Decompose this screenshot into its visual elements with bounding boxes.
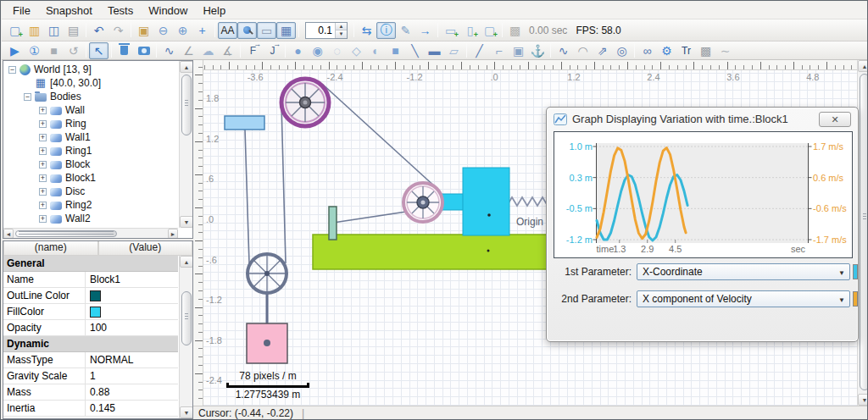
move-item-button[interactable]: ⇆ [357,22,376,39]
property-row-outline-color[interactable]: OutLine Color [3,288,178,304]
ring-tool-button[interactable]: ◉ [308,42,327,59]
menu-window[interactable]: Window [141,3,195,19]
timestep-spinbox[interactable]: 0.1▲▼ [305,22,348,39]
expand-icon[interactable]: + [39,188,47,196]
property-value[interactable]: 0.88 [86,386,178,398]
canvas-scroll-thumb[interactable] [860,74,868,390]
anchor-tool-button[interactable]: ⚓ [528,42,548,59]
pan-button[interactable]: + [192,22,212,39]
box-tool-button[interactable]: ■ [386,42,405,59]
expand-icon[interactable]: + [39,202,47,209]
tree-scroll-thumb[interactable] [181,75,192,135]
save-button[interactable]: ◫ [44,22,64,39]
print-button[interactable]: ▤ [64,22,83,39]
property-row-dynamic[interactable]: Dynamic [3,336,178,352]
paste-button[interactable]: ▣ [134,22,153,39]
tree-item--40-0-30-0-[interactable]: +▦[40.0, 30.0] [3,76,178,90]
pen-tool-button[interactable]: ╲ [405,42,425,59]
property-row-masstype[interactable]: MassTypeNORMAL [3,352,178,368]
property-value[interactable] [86,290,178,301]
expand-icon[interactable]: + [39,134,47,141]
softpolygon-tool-button[interactable]: ▱ [444,42,464,59]
property-value[interactable] [86,307,178,318]
properties-name-column-header[interactable]: (name) [3,241,98,256]
angle-tool-button[interactable]: ∡ [218,42,237,59]
add-controller-button[interactable]: ▯ [460,22,480,39]
collapse-icon[interactable]: − [8,66,16,74]
impulse-tool-button[interactable]: J [263,42,282,59]
scroll-up-arrow[interactable]: ▲ [180,256,193,268]
select-tool-button[interactable]: ↖ [89,42,108,59]
scroll-down-arrow[interactable]: ▼ [180,406,193,418]
antialias-toggle[interactable]: AA [218,22,237,39]
add-graph-button[interactable]: ▢ [480,22,499,39]
info-toggle[interactable]: ⓘ [376,22,396,39]
tree-item-ring[interactable]: +Ring [3,117,178,130]
expand-icon[interactable]: + [39,215,47,223]
menu-tests[interactable]: Tests [100,3,141,19]
protractor-tool-button[interactable]: ∠ [179,42,198,59]
zoom-out-button[interactable]: ⊖ [153,22,173,39]
wall-tool-button[interactable]: ▬ [425,42,444,59]
property-row-opacity[interactable]: Opacity100 [3,320,178,336]
undo-button[interactable]: ↶ [89,22,108,39]
properties-vertical-scrollbar[interactable]: ▲ ▼ [179,256,192,418]
tree-item-wall1[interactable]: +Wall1 [3,130,178,144]
tree-item-wall2[interactable]: +Wall2 [3,212,178,225]
pin-toggle[interactable] [237,22,257,39]
pulley-tool-button[interactable]: ◎ [612,42,632,59]
motor-tool-button[interactable]: ⚙ [657,42,676,59]
timestep-value[interactable]: 0.1 [306,23,335,38]
scroll-up-arrow[interactable]: ▲ [180,61,193,73]
tree-hscroll-thumb[interactable] [15,230,117,237]
teal-post[interactable] [329,207,337,240]
graph-window[interactable]: Graph Displaying Variation with time.:Bl… [546,107,859,342]
halfdisc-tool-button[interactable]: ◐ [366,42,386,59]
property-row-inertia[interactable]: Inertia0.145 [3,401,178,417]
menu-help[interactable]: Help [195,3,233,19]
expand-icon[interactable]: + [39,174,47,182]
property-value[interactable]: 1 [86,370,178,382]
tree-item-block[interactable]: +Block [3,158,178,171]
reset-button[interactable]: ↺ [64,42,83,59]
ruler-toggle[interactable]: ▭ [257,22,276,39]
scroll-up-arrow[interactable]: ▲ [858,60,868,72]
property-value[interactable]: Block1 [86,274,178,285]
light-blue-wall[interactable] [225,116,264,130]
scroll-down-arrow[interactable]: ▼ [858,394,868,406]
tree-item-ring2[interactable]: +Ring2 [3,198,178,212]
snapshot-blob-icon[interactable]: ▩ [505,22,525,39]
scroll-left-arrow[interactable]: ◄ [3,229,14,239]
camera-button[interactable] [134,42,153,59]
tree-item-block1[interactable]: +Block1 [3,171,178,185]
menu-file[interactable]: File [5,3,38,19]
link-tool-button[interactable]: ∞ [637,42,657,59]
measure-button[interactable]: ✎ [396,22,415,39]
add-note-button[interactable]: ▭ [441,22,460,39]
group-tool-button[interactable]: ▣ [509,42,528,59]
diamond-tool-button[interactable]: ◇ [347,42,366,59]
step-button[interactable]: ① [25,42,44,59]
force-tool-button[interactable]: F [243,42,263,59]
graph-tool-button[interactable]: ∿ [159,42,179,59]
expand-icon[interactable]: + [39,120,47,128]
small-wheel-ring1[interactable] [403,183,442,222]
line-tool-button[interactable]: ╱ [470,42,489,59]
color-swatch[interactable] [90,290,101,301]
scroll-right-arrow[interactable]: ► [168,229,178,239]
redo-button[interactable]: ↷ [108,22,128,39]
spring-tool-button[interactable]: ∿ [554,42,573,59]
cloud-tool-button[interactable]: ☁ [198,42,218,59]
spin-up-arrow[interactable]: ▲ [336,23,347,31]
tree-item-disc[interactable]: +Disc [3,185,178,198]
collapse-icon[interactable]: − [24,93,31,101]
note-tool-button[interactable]: ▩ [696,42,715,59]
property-row-general[interactable]: General [3,256,178,272]
parameter-dropdown[interactable]: X component of Velocity▼ [637,290,850,307]
rope-wall-to-wheel[interactable] [245,130,249,263]
softball-tool-button[interactable]: ◌ [327,42,347,59]
property-value[interactable]: 100 [86,322,178,334]
delete-button[interactable] [114,42,134,59]
property-row-mass[interactable]: Mass0.88 [3,384,178,401]
tree-item-bodies[interactable]: −Bodies [3,90,178,103]
